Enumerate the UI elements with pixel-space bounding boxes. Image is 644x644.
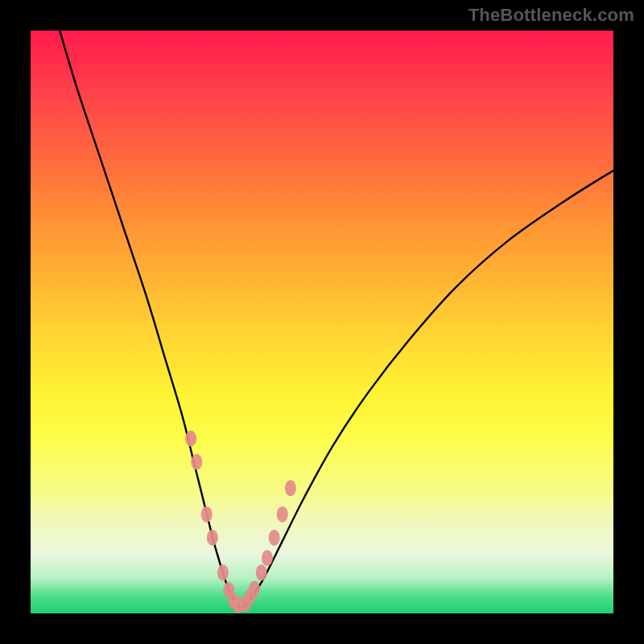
marker-point (249, 581, 260, 597)
plot-area (31, 31, 613, 613)
marker-point (191, 454, 202, 470)
curve-layer (31, 31, 613, 613)
marker-point (201, 506, 213, 522)
marker-point (269, 530, 280, 546)
marker-point (207, 530, 218, 546)
watermark-text: TheBottleneck.com (469, 5, 634, 26)
marker-group (185, 431, 296, 613)
marker-point (256, 564, 267, 580)
marker-point (262, 550, 273, 566)
chart-frame: TheBottleneck.com (0, 0, 644, 644)
bottleneck-curve (60, 31, 613, 608)
marker-point (185, 431, 196, 447)
marker-point (285, 480, 296, 496)
marker-point (277, 506, 288, 522)
marker-point (217, 564, 229, 580)
